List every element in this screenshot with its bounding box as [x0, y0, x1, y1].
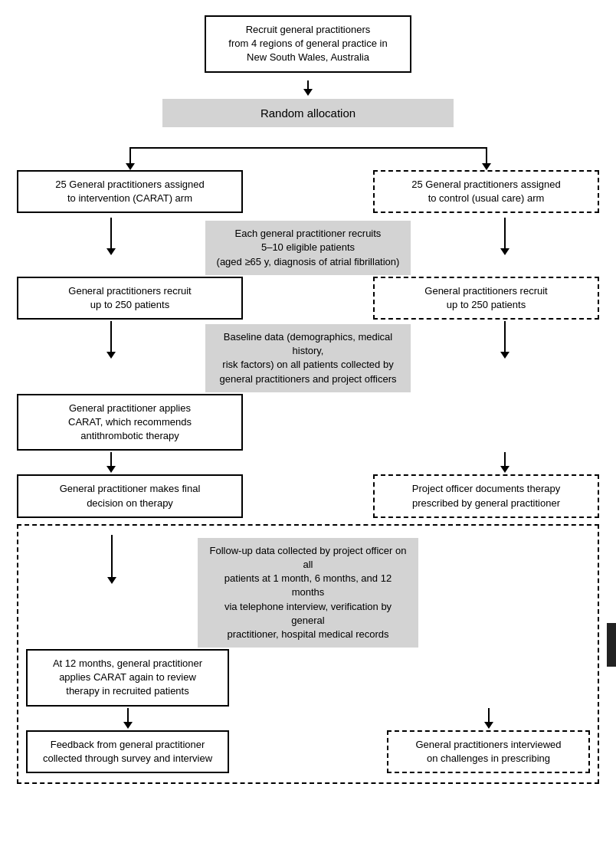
- recruit-text: Recruit general practitioners from 4 reg…: [228, 24, 387, 63]
- left-final-decision: General practitioner makes final decisio…: [17, 474, 243, 517]
- right-arm-assign: 25 General practitioners assigned to con…: [373, 170, 599, 213]
- left-feedback: Feedback from general practitioner colle…: [26, 730, 229, 773]
- right-recruit: General practitioners recruit up to 250 …: [373, 277, 599, 320]
- each-gp-recruits: Each general practitioner recruits 5–10 …: [205, 221, 410, 275]
- left-review: At 12 months, general practitioner appli…: [26, 649, 229, 707]
- baseline-data: Baseline data (demographics, medical his…: [205, 324, 410, 392]
- followup-data: Follow-up data collected by project offi…: [198, 538, 418, 648]
- left-recruit: General practitioners recruit up to 250 …: [17, 277, 243, 320]
- random-allocation: Random allocation: [162, 99, 454, 127]
- right-interviewed: General practitioners interviewed on cha…: [387, 730, 590, 773]
- recruit-box: Recruit general practitioners from 4 reg…: [205, 15, 411, 73]
- reported-elsewhere-container: Reported elsewhere: [607, 623, 616, 666]
- left-applies-carat: General practitioner applies CARAT, whic…: [17, 394, 243, 451]
- diagram: Recruit general practitioners from 4 reg…: [0, 0, 616, 799]
- reported-elsewhere: Reported elsewhere: [607, 623, 616, 666]
- right-project-officer: Project officer documents therapy prescr…: [373, 474, 599, 517]
- left-arm-assign: 25 General practitioners assigned to int…: [17, 170, 243, 213]
- random-alloc-text: Random allocation: [260, 107, 356, 120]
